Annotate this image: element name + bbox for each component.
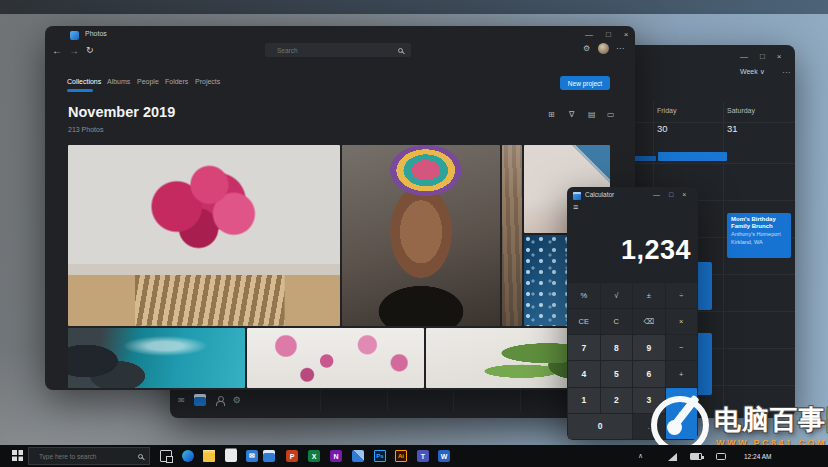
taskbar-search-box[interactable] xyxy=(28,447,150,465)
taskbar-search-input[interactable] xyxy=(35,453,138,460)
task-view-button[interactable] xyxy=(160,450,172,462)
onenote-glyph: N xyxy=(333,453,338,460)
collection-count: 213 Photos xyxy=(68,126,103,133)
settings-icon[interactable]: ⚙ xyxy=(583,44,590,53)
key-4[interactable]: 4 xyxy=(568,361,600,386)
close-button[interactable]: × xyxy=(682,190,686,200)
day-date-30[interactable]: 30 xyxy=(657,123,668,134)
key-backspace[interactable]: ⌫ xyxy=(633,309,665,334)
key-ce[interactable]: CE xyxy=(568,309,600,334)
event-title: Mom's Birthday Family Brunch xyxy=(731,216,787,230)
tab-people[interactable]: People xyxy=(137,78,159,85)
onenote-icon[interactable]: N xyxy=(330,450,342,462)
filter-icon[interactable]: ∇ xyxy=(569,110,574,119)
teams-icon[interactable]: T xyxy=(417,450,429,462)
minimize-button[interactable]: — xyxy=(653,190,660,200)
photoshop-icon[interactable]: Ps xyxy=(374,450,386,462)
key-9[interactable]: 9 xyxy=(633,335,665,360)
tab-collections[interactable]: Collections xyxy=(67,78,101,85)
key-6[interactable]: 6 xyxy=(633,361,665,386)
people-icon[interactable] xyxy=(215,396,224,405)
forward-button[interactable]: → xyxy=(69,45,79,56)
photos-window: Photos — □ × ← → ↻ ⚙ ⋯ Collections Album… xyxy=(45,26,635,390)
tab-albums[interactable]: Albums xyxy=(107,78,130,85)
excel-glyph: X xyxy=(312,453,317,460)
calendar-icon[interactable] xyxy=(263,450,275,462)
photo-thumbnail-portrait[interactable] xyxy=(342,145,500,326)
chevron-up-icon[interactable]: ∧ xyxy=(638,452,643,460)
key-plus[interactable]: + xyxy=(666,361,698,386)
calendar-window-controls: — □ × xyxy=(740,52,782,62)
minimize-button[interactable]: — xyxy=(740,52,748,62)
mail-icon[interactable]: ✉ xyxy=(246,450,258,462)
store-icon[interactable] xyxy=(225,450,237,462)
excel-icon[interactable]: X xyxy=(308,450,320,462)
powerpoint-glyph: P xyxy=(290,453,295,460)
event-location: Anthony's Homeport xyxy=(731,231,787,238)
illustrator-glyph: Ai xyxy=(398,453,404,459)
network-icon[interactable] xyxy=(668,453,677,461)
search-input[interactable] xyxy=(273,47,398,54)
select-icon[interactable]: ⊞ xyxy=(548,110,555,119)
day-header-friday: Friday xyxy=(657,107,676,114)
maximize-button[interactable]: □ xyxy=(669,190,673,200)
maximize-button[interactable]: □ xyxy=(760,52,765,62)
key-minus[interactable]: − xyxy=(666,335,698,360)
edge-icon[interactable] xyxy=(182,450,194,462)
close-button[interactable]: × xyxy=(777,52,782,62)
all-day-event-bar[interactable] xyxy=(658,152,727,161)
key-sqrt[interactable]: √ xyxy=(601,283,633,308)
word-icon[interactable]: W xyxy=(438,450,450,462)
powerpoint-icon[interactable]: P xyxy=(286,450,298,462)
calendar-icon[interactable] xyxy=(194,394,206,406)
key-percent[interactable]: % xyxy=(568,283,600,308)
import-icon[interactable]: ▭ xyxy=(607,110,615,119)
photo-thumbnail-cosmos[interactable] xyxy=(247,328,424,388)
key-negate[interactable]: ± xyxy=(633,283,665,308)
more-options-button[interactable]: ⋯ xyxy=(782,68,790,77)
battery-icon[interactable] xyxy=(690,453,702,460)
start-button[interactable] xyxy=(12,450,23,461)
key-multiply[interactable]: × xyxy=(666,309,698,334)
key-7[interactable]: 7 xyxy=(568,335,600,360)
key-c[interactable]: C xyxy=(601,309,633,334)
more-options-button[interactable]: ⋯ xyxy=(616,44,624,53)
day-date-31[interactable]: 31 xyxy=(727,123,738,134)
minimize-button[interactable]: — xyxy=(585,30,593,40)
settings-icon[interactable]: ⚙ xyxy=(233,395,241,405)
photo-thumbnail-ocean[interactable] xyxy=(68,328,245,388)
calendar-view-label: Week xyxy=(740,68,758,75)
photos-search-box[interactable] xyxy=(265,43,411,57)
refresh-button[interactable]: ↻ xyxy=(86,45,94,56)
active-tab-indicator xyxy=(67,89,93,92)
photo-thumbnail-flowers[interactable] xyxy=(68,145,340,326)
all-day-event-bar[interactable] xyxy=(633,156,656,161)
key-2[interactable]: 2 xyxy=(601,388,633,413)
key-0[interactable]: 0 xyxy=(568,414,632,439)
tab-folders[interactable]: Folders xyxy=(165,78,188,85)
slideshow-icon[interactable]: ▤ xyxy=(588,110,596,119)
photos-window-controls: — □ × xyxy=(585,30,629,40)
clock[interactable]: 12:24 AM xyxy=(744,453,771,460)
collection-title: November 2019 xyxy=(68,104,175,120)
mail-icon[interactable]: ✉ xyxy=(178,396,185,405)
photo-thumbnail-textile[interactable] xyxy=(502,145,522,326)
new-project-button[interactable]: New project xyxy=(560,76,610,90)
photos-icon[interactable] xyxy=(352,450,364,462)
back-button[interactable]: ← xyxy=(52,45,62,56)
tab-projects[interactable]: Projects xyxy=(195,78,220,85)
key-8[interactable]: 8 xyxy=(601,335,633,360)
file-explorer-icon[interactable] xyxy=(203,450,215,462)
calendar-view-dropdown[interactable]: Week ∨ xyxy=(740,68,765,76)
key-5[interactable]: 5 xyxy=(601,361,633,386)
close-button[interactable]: × xyxy=(624,30,629,40)
notification-icon[interactable] xyxy=(716,453,726,460)
calendar-event-card[interactable]: Mom's Birthday Family Brunch Anthony's H… xyxy=(727,213,791,258)
illustrator-icon[interactable]: Ai xyxy=(395,450,407,462)
key-divide[interactable]: ÷ xyxy=(666,283,698,308)
avatar[interactable] xyxy=(598,43,609,54)
hamburger-menu-icon[interactable]: ≡ xyxy=(573,202,578,212)
maximize-button[interactable]: □ xyxy=(606,30,611,40)
chevron-down-icon: ∨ xyxy=(760,68,765,75)
key-1[interactable]: 1 xyxy=(568,388,600,413)
